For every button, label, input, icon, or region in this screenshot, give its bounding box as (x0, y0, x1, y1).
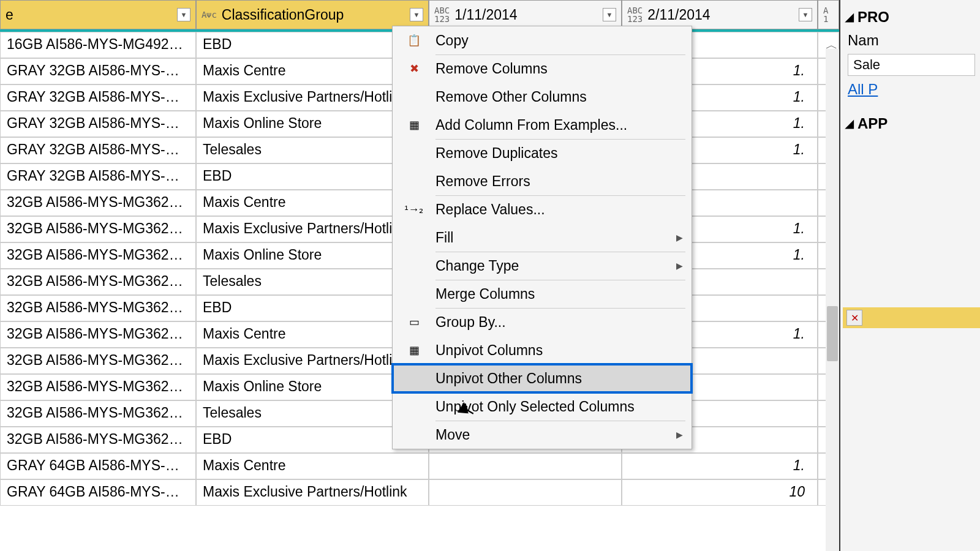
menu-item-label: Remove Columns (427, 61, 683, 77)
product-cell[interactable]: GRAY 32GB AI586-MYS-MG352... (0, 111, 196, 137)
column-header-classification[interactable]: Aᴪc ClassificationGroup ▼ (196, 0, 429, 29)
applied-steps-section-header[interactable]: ◢ APP (843, 111, 980, 136)
data-type-icon: Aᴪc (202, 10, 217, 19)
product-cell[interactable]: 32GB AI586-MYS-MG362MY/A (0, 321, 196, 348)
product-cell[interactable]: 32GB AI586-MYS-MG362MY/A (0, 348, 196, 374)
menu-item-label: Remove Errors (427, 173, 683, 190)
column-filter-dropdown-icon[interactable]: ▼ (177, 8, 190, 21)
delete-step-icon[interactable]: ✕ (846, 310, 862, 326)
menu-item-icon: ▦ (401, 118, 427, 132)
menu-item-remove-duplicates[interactable]: Remove Duplicates (393, 139, 692, 167)
menu-item-icon: ✖ (401, 62, 427, 75)
product-cell[interactable]: GRAY 64GB AI586-MYS-MG643 (0, 479, 196, 506)
collapse-icon: ◢ (845, 10, 854, 24)
menu-item-unpivot-only-selected-columns[interactable]: Unpivot Only Selected Columns (393, 392, 692, 421)
menu-item-icon: ▭ (401, 315, 427, 329)
menu-item-label: Group By... (427, 314, 683, 331)
menu-item-label: Replace Values... (427, 201, 683, 218)
menu-item-group-by[interactable]: ▭Group By... (393, 308, 692, 336)
submenu-arrow-icon: ▶ (676, 430, 683, 440)
column-label: ClassificationGroup (222, 7, 410, 23)
product-cell[interactable]: 32GB AI586-MYS-MG362MY/A (0, 216, 196, 242)
column-filter-dropdown-icon[interactable]: ▼ (799, 8, 812, 21)
menu-item-replace-values[interactable]: ¹→₂Replace Values... (393, 195, 692, 223)
product-cell[interactable]: GRAY 32GB AI586-MYS-MG352... (0, 58, 196, 84)
column-context-menu: 📋Copy✖Remove ColumnsRemove Other Columns… (392, 26, 692, 449)
scroll-thumb[interactable] (827, 306, 838, 361)
menu-item-icon: ¹→₂ (401, 203, 427, 216)
column-filter-dropdown-icon[interactable]: ▼ (410, 8, 423, 21)
menu-item-remove-columns[interactable]: ✖Remove Columns (393, 54, 692, 83)
column-header-product[interactable]: e ▼ (0, 0, 196, 29)
applied-step-current[interactable]: ✕ (843, 307, 980, 328)
menu-item-unpivot-columns[interactable]: ▦Unpivot Columns (393, 336, 692, 364)
data-type-icon: ABC 123 (627, 6, 643, 23)
product-cell[interactable]: 32GB AI586-MYS-MG362MY/A (0, 400, 196, 427)
value-cell[interactable] (429, 479, 622, 506)
menu-item-label: Merge Columns (427, 286, 683, 302)
classification-cell[interactable]: Maxis Exclusive Partners/Hotlink (196, 479, 429, 506)
submenu-arrow-icon: ▶ (676, 261, 683, 271)
settings-panel: ◢ PRO Nam Sale All P ◢ APP ✕ (839, 0, 980, 551)
product-cell[interactable]: 32GB AI586-MYS-MG362MY/A (0, 427, 196, 453)
menu-item-add-column-from-examples[interactable]: ▦Add Column From Examples... (393, 111, 692, 139)
properties-section-header[interactable]: ◢ PRO (843, 5, 980, 29)
classification-cell[interactable]: Maxis Centre (196, 453, 429, 479)
product-cell[interactable]: 32GB AI586-MYS-MG362MY/A (0, 295, 196, 321)
value-cell[interactable]: 1. (622, 453, 818, 479)
column-header-date2[interactable]: ABC 123 2/11/2014 ▼ (622, 0, 818, 29)
menu-item-label: Copy (427, 32, 683, 49)
menu-item-icon: 📋 (401, 34, 427, 47)
submenu-arrow-icon: ▶ (676, 233, 683, 242)
menu-item-fill[interactable]: Fill▶ (393, 223, 692, 252)
menu-item-change-type[interactable]: Change Type▶ (393, 252, 692, 280)
menu-item-icon: ▦ (401, 343, 427, 357)
menu-item-remove-errors[interactable]: Remove Errors (393, 167, 692, 195)
product-cell[interactable]: GRAY 32GB AI586-MYS-MG352... (0, 163, 196, 190)
product-cell[interactable]: 16GB AI586-MYS-MG492MY/A (0, 32, 196, 58)
column-header-date1[interactable]: ABC 123 1/11/2014 ▼ (429, 0, 622, 29)
properties-header-label: PRO (858, 9, 889, 26)
value-cell[interactable]: 10 (622, 479, 818, 506)
product-cell[interactable]: 32GB AI586-MYS-MG362MY/A (0, 190, 196, 216)
menu-item-label: Change Type (427, 258, 676, 274)
menu-item-label: Move (427, 427, 676, 443)
data-type-icon: ABC 123 (434, 6, 450, 23)
name-input[interactable]: Sale (848, 54, 975, 76)
column-header-partial[interactable]: A 1 (818, 0, 839, 29)
product-cell[interactable]: GRAY 32GB AI586-MYS-MG352... (0, 137, 196, 163)
menu-item-label: Unpivot Other Columns (427, 370, 683, 387)
product-cell[interactable]: GRAY 32GB AI586-MYS-MG352... (0, 84, 196, 111)
menu-item-move[interactable]: Move▶ (393, 421, 692, 449)
column-filter-dropdown-icon[interactable]: ▼ (603, 8, 616, 21)
menu-item-label: Unpivot Columns (427, 342, 683, 359)
product-cell[interactable]: 32GB AI586-MYS-MG362MY/A (0, 242, 196, 269)
name-label: Nam (843, 29, 980, 51)
menu-item-label: Unpivot Only Selected Columns (427, 399, 683, 415)
column-label: e (6, 7, 177, 23)
menu-item-remove-other-columns[interactable]: Remove Other Columns (393, 83, 692, 111)
collapse-icon: ◢ (845, 117, 854, 130)
menu-item-label: Remove Duplicates (427, 145, 683, 162)
menu-item-label: Fill (427, 230, 676, 246)
menu-item-merge-columns[interactable]: Merge Columns (393, 280, 692, 308)
column-label: 2/11/2014 (647, 7, 799, 23)
table-row[interactable]: GRAY 64GB AI586-MYS-MG643...Maxis Centre… (0, 453, 839, 479)
applied-steps-header-label: APP (858, 115, 888, 132)
menu-item-label: Add Column From Examples... (427, 117, 683, 133)
product-cell[interactable]: 32GB AI586-MYS-MG362MY/A (0, 269, 196, 295)
value-cell[interactable] (429, 453, 622, 479)
data-table: e ▼ Aᴪc ClassificationGroup ▼ ABC 123 1/… (0, 0, 839, 551)
vertical-scrollbar[interactable] (826, 49, 839, 551)
menu-item-copy[interactable]: 📋Copy (393, 26, 692, 54)
data-type-icon: A 1 (823, 6, 828, 23)
all-properties-link[interactable]: All P (843, 78, 980, 100)
menu-item-unpivot-other-columns[interactable]: Unpivot Other Columns (393, 364, 692, 392)
menu-item-label: Remove Other Columns (427, 89, 683, 105)
column-label: 1/11/2014 (454, 7, 603, 23)
product-cell[interactable]: GRAY 64GB AI586-MYS-MG643... (0, 453, 196, 479)
table-row[interactable]: GRAY 64GB AI586-MYS-MG643Maxis Exclusive… (0, 479, 839, 506)
product-cell[interactable]: 32GB AI586-MYS-MG362MY/A (0, 374, 196, 400)
